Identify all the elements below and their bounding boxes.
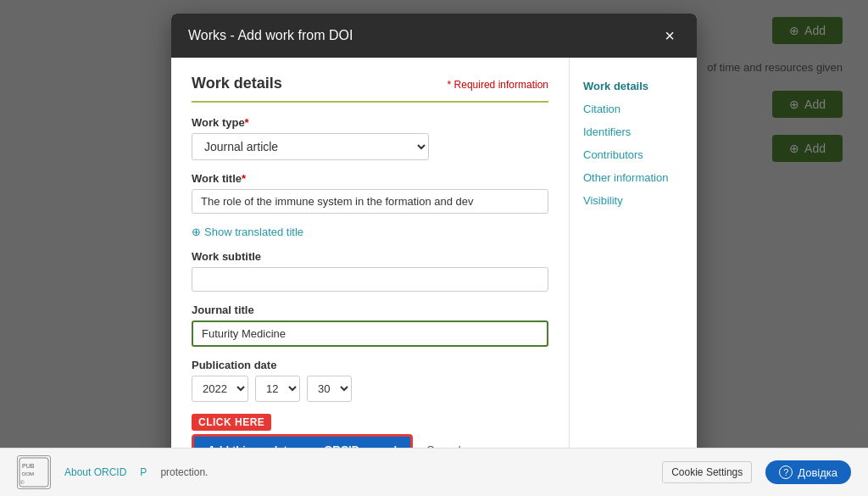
work-subtitle-group: Work subtitle <box>192 250 548 292</box>
svg-text:PUB: PUB <box>22 463 35 469</box>
modal-overlay: Works - Add work from DOI × Work details… <box>0 0 868 496</box>
pub-year-select[interactable]: 2022 <box>192 376 248 402</box>
protection-text: protection. <box>160 466 208 478</box>
nav-item-visibility[interactable]: Visibility <box>583 189 683 212</box>
show-translated-button[interactable]: ⊕ Show translated title <box>192 226 303 238</box>
pub-month-select[interactable]: 12 <box>255 376 300 402</box>
bottom-bar: PUB DOM ©️ About ORCID P protection. Coo… <box>0 448 868 496</box>
dovid-button[interactable]: ? Довідка <box>765 460 851 484</box>
nav-item-other-information[interactable]: Other information <box>583 166 683 189</box>
privacy-link[interactable]: P <box>140 466 147 478</box>
modal-close-button[interactable]: × <box>659 25 680 46</box>
nav-item-identifiers[interactable]: Identifiers <box>583 120 683 143</box>
bottom-right: Cookie Settings ? Довідка <box>662 460 851 484</box>
bottom-left: PUB DOM ©️ About ORCID P protection. <box>17 455 208 489</box>
pub-day-select[interactable]: 30 <box>307 376 352 402</box>
nav-item-citation[interactable]: Citation <box>583 98 683 120</box>
section-divider <box>192 101 548 103</box>
click-here-label: CLICK HERE <box>192 414 271 431</box>
question-icon: ? <box>779 465 793 479</box>
work-type-label-text: Work type <box>192 116 245 129</box>
journal-title-group: Journal title <box>192 304 548 347</box>
dovid-label: Довідка <box>798 466 837 479</box>
work-title-input[interactable] <box>192 189 548 214</box>
journal-title-label: Journal title <box>192 304 548 316</box>
date-row: 2022 12 30 <box>192 376 548 402</box>
modal-body: Work details * Required information Work… <box>171 58 697 482</box>
pub-date-group: Publication date 2022 12 30 <box>192 359 548 402</box>
modal-title: Works - Add work from DOI <box>188 28 353 43</box>
work-type-label: Work type* <box>192 116 548 129</box>
cc-icon: PUB DOM ©️ <box>17 455 51 489</box>
svg-text:DOM: DOM <box>22 471 34 476</box>
required-note: * Required information <box>448 79 548 91</box>
show-translated-label: Show translated title <box>204 226 303 238</box>
work-title-group: Work title* <box>192 172 548 214</box>
work-type-select[interactable]: Journal article <box>192 133 429 160</box>
work-title-label-text: Work title <box>192 172 242 185</box>
work-subtitle-label: Work subtitle <box>192 250 548 263</box>
modal-dialog: Works - Add work from DOI × Work details… <box>171 14 697 482</box>
work-title-label: Work title* <box>192 172 548 185</box>
modal-header: Works - Add work from DOI × <box>171 14 697 58</box>
work-type-group: Work type* Journal article <box>192 116 548 160</box>
svg-text:©️: ©️ <box>20 480 25 485</box>
work-subtitle-input[interactable] <box>192 267 548 292</box>
journal-title-input[interactable] <box>192 320 548 347</box>
circle-plus-icon: ⊕ <box>192 226 201 238</box>
about-orcid-link[interactable]: About ORCID <box>64 466 126 478</box>
nav-item-contributors[interactable]: Contributors <box>583 143 683 166</box>
form-area: Work details * Required information Work… <box>171 58 570 482</box>
form-section-title: Work details <box>192 75 282 92</box>
nav-area: Work details Citation Identifiers Contri… <box>570 58 697 482</box>
pub-date-label: Publication date <box>192 359 548 371</box>
cookie-settings-button[interactable]: Cookie Settings <box>662 461 752 483</box>
nav-item-work-details[interactable]: Work details <box>583 75 683 98</box>
